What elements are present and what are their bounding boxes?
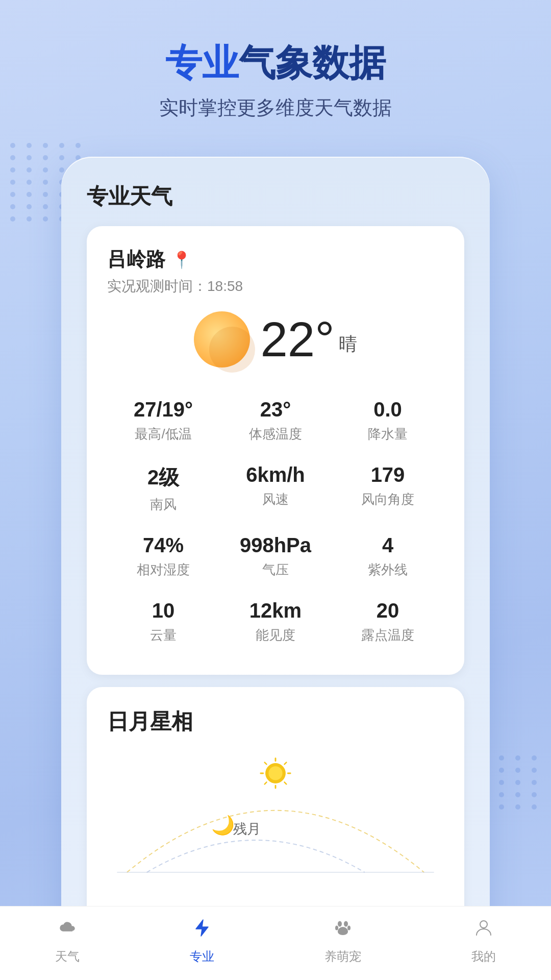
- nav-label-pets: 养萌宠: [324, 948, 361, 965]
- svg-text:残月: 残月: [234, 821, 261, 837]
- stat-cloud: 10 云量: [107, 589, 219, 654]
- stat-value: 20: [337, 599, 439, 622]
- stat-label: 露点温度: [337, 626, 439, 644]
- temp-row: 22° 晴: [107, 311, 444, 368]
- header: 专业气象数据 实时掌控更多维度天气数据: [0, 0, 551, 136]
- nav-label-mine: 我的: [471, 948, 496, 965]
- stat-pressure: 998hPa 气压: [219, 524, 332, 589]
- stat-wind-speed: 6km/h 风速: [219, 453, 332, 524]
- nav-label-weather: 天气: [55, 948, 80, 965]
- stat-label: 体感温度: [224, 425, 327, 443]
- svg-point-16: [347, 926, 350, 930]
- stat-value: 6km/h: [224, 463, 327, 486]
- stat-value: 27/19°: [112, 398, 214, 421]
- phone-section-title: 专业天气: [87, 182, 464, 211]
- stat-high-low-temp: 27/19° 最高/低温: [107, 388, 219, 453]
- stat-label: 紫外线: [337, 561, 439, 579]
- stat-precipitation: 0.0 降水量: [332, 388, 444, 453]
- temperature-value: 22°: [260, 315, 334, 364]
- stat-label: 风向角度: [337, 491, 439, 508]
- svg-point-17: [480, 921, 487, 928]
- stat-label: 南风: [112, 496, 214, 513]
- stat-label: 相对湿度: [112, 561, 214, 579]
- stat-label: 降水量: [337, 425, 439, 443]
- svg-line-8: [284, 782, 286, 785]
- nav-item-weather[interactable]: 天气: [55, 917, 80, 965]
- title-accent: 专业: [165, 42, 239, 83]
- stat-dew-point: 20 露点温度: [332, 589, 444, 654]
- location-name: 吕岭路: [107, 247, 165, 273]
- svg-line-10: [265, 782, 267, 785]
- stat-visibility: 12km 能见度: [219, 589, 332, 654]
- stat-value: 179: [337, 463, 439, 486]
- stat-feels-like: 23° 体感温度: [219, 388, 332, 453]
- stat-value: 4: [337, 534, 439, 557]
- weather-icon: [194, 311, 250, 368]
- svg-point-13: [338, 921, 342, 927]
- paw-icon: [332, 917, 354, 944]
- stat-label: 云量: [112, 626, 214, 644]
- sun-moon-arc: 🌙 残月: [107, 751, 444, 894]
- lightning-icon: [191, 917, 213, 944]
- stat-wind-angle: 179 风向角度: [332, 453, 444, 524]
- page-title: 专业气象数据: [20, 41, 531, 85]
- obs-time: 实况观测时间：18:58: [107, 277, 444, 296]
- stat-value: 0.0: [337, 398, 439, 421]
- bottom-nav: 天气 专业 养萌宠 我的: [0, 906, 551, 980]
- cloud-icon: [56, 917, 79, 944]
- nav-item-pets[interactable]: 养萌宠: [324, 917, 361, 965]
- location-icon: 📍: [171, 250, 192, 270]
- stat-label: 最高/低温: [112, 425, 214, 443]
- stat-value: 12km: [224, 599, 327, 622]
- stat-wind-direction: 2级 南风: [107, 453, 219, 524]
- stat-value: 998hPa: [224, 534, 327, 557]
- stat-label: 气压: [224, 561, 327, 579]
- stat-label: 风速: [224, 491, 327, 508]
- location-row: 吕岭路 📍: [107, 247, 444, 273]
- title-rest: 气象数据: [239, 42, 386, 83]
- svg-text:🌙: 🌙: [211, 814, 235, 837]
- stat-value: 74%: [112, 534, 214, 557]
- svg-line-7: [265, 763, 267, 765]
- svg-point-14: [344, 921, 348, 927]
- stat-uv: 4 紫外线: [332, 524, 444, 589]
- phone-mockup: 专业天气 吕岭路 📍 实况观测时间：18:58 22° 晴 27/19°: [61, 157, 490, 980]
- svg-point-2: [268, 767, 282, 780]
- stat-label: 能见度: [224, 626, 327, 644]
- svg-line-9: [284, 763, 286, 765]
- sun-moon-title: 日月星相: [107, 707, 444, 736]
- svg-point-15: [335, 926, 338, 930]
- page-subtitle: 实时掌控更多维度天气数据: [20, 95, 531, 121]
- stats-grid: 27/19° 最高/低温 23° 体感温度 0.0 降水量 2级 南风 6km/…: [107, 388, 444, 654]
- weather-description: 晴: [339, 332, 357, 364]
- stat-value: 23°: [224, 398, 327, 421]
- weather-card: 吕岭路 📍 实况观测时间：18:58 22° 晴 27/19° 最高/低温: [87, 226, 464, 675]
- stat-value: 10: [112, 599, 214, 622]
- nav-item-professional[interactable]: 专业: [190, 917, 214, 965]
- stat-value: 2级: [112, 463, 214, 492]
- person-icon: [472, 917, 495, 944]
- nav-item-mine[interactable]: 我的: [471, 917, 496, 965]
- nav-label-professional: 专业: [190, 948, 214, 965]
- stat-humidity: 74% 相对湿度: [107, 524, 219, 589]
